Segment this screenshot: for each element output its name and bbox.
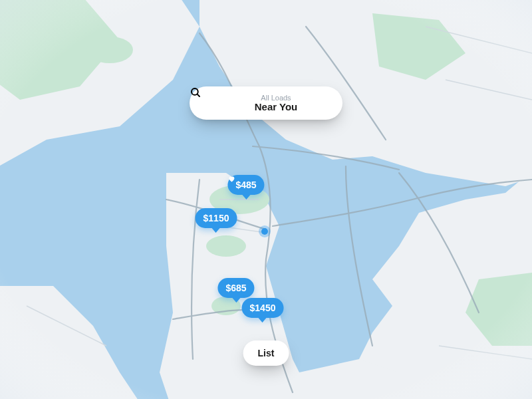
price-marker-label: $1450 (250, 303, 276, 313)
map-canvas[interactable]: $485$1150$685$1450 All Loads Near You Li… (0, 0, 532, 399)
search-main-label: Near You (220, 102, 332, 113)
price-marker-tail (259, 318, 267, 323)
search-pill[interactable]: All Loads Near You (190, 86, 342, 120)
price-marker-bubble: $1450 (242, 298, 284, 318)
svg-line-6 (197, 94, 200, 96)
search-icon (200, 97, 212, 109)
search-sup-label: All Loads (220, 94, 332, 102)
price-marker[interactable]: $485 (227, 175, 264, 200)
price-marker-bubble: $685 (217, 278, 254, 298)
svg-rect-4 (0, 0, 532, 399)
map-art (0, 0, 532, 399)
heart-icon (227, 175, 235, 183)
search-labels: All Loads Near You (220, 94, 332, 113)
list-view-button[interactable]: List (243, 340, 289, 366)
list-button-label: List (258, 348, 275, 358)
price-marker-tail (212, 228, 220, 233)
price-marker-label: $1150 (203, 213, 229, 223)
price-marker-tail (242, 195, 250, 200)
user-location-dot (261, 228, 268, 235)
price-marker[interactable]: $1150 (196, 208, 237, 233)
price-marker-tail (232, 298, 240, 303)
price-marker[interactable]: $1450 (242, 298, 284, 323)
price-marker-bubble: $485 (227, 175, 264, 195)
price-marker-label: $685 (225, 283, 246, 293)
price-marker-bubble: $1150 (196, 208, 237, 228)
price-marker-label: $485 (235, 180, 256, 190)
